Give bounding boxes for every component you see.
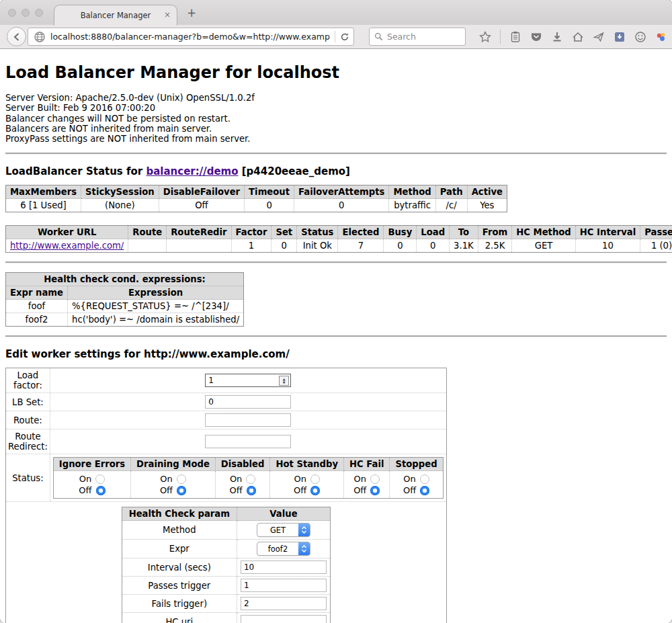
status-column-header: Stopped: [390, 458, 443, 471]
close-window-button[interactable]: [8, 9, 16, 17]
radio-label: On: [294, 473, 306, 485]
color-dots-icon[interactable]: [655, 31, 667, 43]
radio-label: Off: [294, 485, 306, 496]
radio-unselected[interactable]: [246, 474, 255, 484]
url-bar[interactable]: localhost:8880/balancer-manager?b=demo&w…: [28, 28, 354, 46]
expr-select[interactable]: foof2: [257, 542, 310, 556]
table-cell: Yes: [467, 199, 507, 212]
minimize-window-button[interactable]: [22, 9, 30, 17]
divider: [5, 335, 667, 337]
clipboard-icon[interactable]: [509, 31, 521, 43]
bookmark-star-icon[interactable]: [479, 31, 491, 43]
heading-prefix: LoadBalancer Status for: [5, 165, 146, 177]
divider: [5, 153, 667, 155]
search-input[interactable]: Search: [369, 28, 466, 46]
home-icon[interactable]: [572, 31, 584, 43]
reload-icon[interactable]: [340, 32, 349, 42]
method-select[interactable]: GET: [257, 523, 310, 537]
field-label: Route Redirect:: [6, 429, 50, 454]
column-header: Method: [389, 185, 435, 199]
radio-option: On: [221, 473, 265, 485]
column-header: Worker URL: [6, 226, 128, 239]
hc-param-label: HC uri: [122, 613, 237, 623]
hc-text-input[interactable]: [241, 560, 327, 574]
downloads-icon[interactable]: [551, 31, 563, 43]
worker-url-link[interactable]: http://www.example.com/: [10, 241, 124, 251]
form-row: Load factor:▲▼: [6, 368, 447, 393]
hc-params-row: Health Check paramValueMethodGETExprfoof…: [6, 502, 447, 623]
status-label: Status:: [6, 454, 50, 502]
field-label: Load factor:: [6, 368, 50, 393]
worker-settings-form: Load factor:▲▼LB Set:Route:Route Redirec…: [5, 368, 447, 623]
url-divider: [335, 31, 335, 42]
radio-unselected[interactable]: [370, 474, 380, 484]
text-input[interactable]: [205, 395, 291, 409]
server-info-line: ProxyPass settings are NOT inherited fro…: [5, 134, 667, 144]
table-cell: /c/: [435, 199, 467, 212]
column-header: Route: [128, 226, 167, 239]
spinner-icon[interactable]: ▲▼: [279, 376, 289, 386]
loadbalancer-status-heading: LoadBalancer Status for balancer://demo …: [5, 165, 667, 177]
table-cell: 0: [384, 239, 417, 253]
column-header: Active: [467, 185, 507, 199]
search-placeholder: Search: [387, 32, 416, 42]
text-input[interactable]: [205, 435, 291, 448]
radio-unselected[interactable]: [310, 474, 320, 484]
table-cell: http://www.example.com/: [6, 239, 128, 253]
balancer-link[interactable]: balancer://demo: [146, 165, 238, 177]
back-button[interactable]: [7, 27, 26, 46]
site-globe-icon: [34, 31, 46, 43]
hc-param-value: foof2: [237, 540, 330, 558]
table-cell: 7: [338, 239, 384, 253]
table-cell: 0: [417, 239, 450, 253]
column-header: DisableFailover: [159, 185, 244, 199]
field-control-cell: ▲▼: [50, 368, 446, 393]
toolbar-icon-row: [479, 30, 672, 44]
column-header: FailoverAttempts: [294, 185, 389, 199]
divider: [5, 261, 667, 263]
column-header: Health Check param: [122, 507, 237, 521]
radio-label: On: [353, 473, 366, 485]
radio-unselected[interactable]: [420, 474, 429, 484]
tab-close-icon[interactable]: ×: [164, 10, 171, 19]
status-radio-cell: OnOff: [53, 471, 130, 499]
radio-option: On: [395, 473, 437, 485]
send-icon[interactable]: [593, 31, 605, 43]
smiley-icon[interactable]: [634, 31, 646, 43]
status-radio-cell: OnOff: [131, 471, 216, 499]
new-tab-button[interactable]: +: [187, 6, 196, 19]
frame-arrow-icon[interactable]: [614, 31, 626, 43]
table-cell: 1: [231, 239, 271, 253]
radio-unselected[interactable]: [177, 474, 186, 484]
number-input[interactable]: [205, 374, 291, 387]
toolbar-separator: [500, 30, 501, 44]
radio-selected[interactable]: [96, 486, 106, 495]
radio-unselected[interactable]: [95, 474, 105, 484]
field-control-cell: [50, 411, 446, 429]
radio-selected[interactable]: [310, 486, 320, 495]
zoom-window-button[interactable]: [35, 9, 43, 17]
column-header: From: [478, 226, 511, 239]
column-header: StickySession: [81, 185, 159, 199]
hc-text-input[interactable]: [241, 579, 327, 592]
radio-label: Off: [353, 485, 366, 496]
tab-balancer-manager[interactable]: Balancer Manager ×: [54, 5, 177, 26]
hc-param-row: Interval (secs): [122, 558, 330, 577]
hc-text-input[interactable]: [241, 597, 327, 610]
table-row: foof2hc('body') =~ /domain is establishe…: [6, 313, 244, 327]
radio-selected[interactable]: [177, 486, 186, 495]
status-radio-cell: OnOff: [270, 471, 344, 499]
url-text[interactable]: localhost:8880/balancer-manager?b=demo&w…: [50, 32, 330, 42]
radio-selected[interactable]: [370, 486, 380, 495]
text-input[interactable]: [205, 413, 291, 427]
status-radio-cell: OnOff: [343, 471, 389, 499]
expression-cell: hc('body') =~ /domain is established/: [68, 313, 244, 327]
pocket-icon[interactable]: [530, 31, 542, 43]
radio-selected[interactable]: [247, 486, 256, 495]
radio-selected[interactable]: [420, 486, 429, 495]
radio-option: Off: [136, 485, 210, 496]
hc-text-input[interactable]: [241, 615, 327, 623]
traffic-lights[interactable]: [8, 9, 43, 17]
expression-cell: %{REQUEST_STATUS} =~ /^[234]/: [68, 300, 244, 313]
hc-params-cell: Health Check paramValueMethodGETExprfoof…: [6, 502, 447, 623]
